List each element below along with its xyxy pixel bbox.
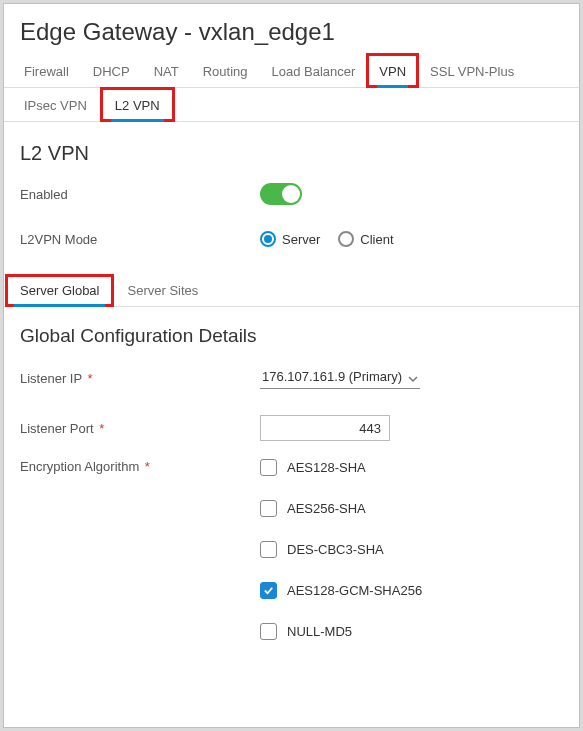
listener-ip-select[interactable]: 176.107.161.9 (Primary)	[260, 367, 420, 389]
encryption-label: Encryption Algorithm *	[20, 459, 260, 500]
edge-gateway-window: Edge Gateway - vxlan_edge1 Firewall DHCP…	[3, 3, 580, 728]
listener-ip-label-text: Listener IP	[20, 371, 82, 386]
mode-radio-client[interactable]: Client	[338, 231, 393, 247]
tab-vpn[interactable]: VPN	[367, 54, 418, 87]
mode-radio-group: Server Client	[260, 231, 394, 247]
vpn-subtabs: IPsec VPN L2 VPN	[4, 88, 579, 122]
listener-ip-label: Listener IP *	[20, 371, 260, 386]
server-tabs: Server Global Server Sites	[4, 275, 579, 307]
mode-radio-client-label: Client	[360, 232, 393, 247]
tab-firewall[interactable]: Firewall	[12, 54, 81, 87]
row-encryption: Encryption Algorithm * AES128-SHA AES256…	[20, 459, 563, 640]
enc-checkbox-aes128-gcm-sha256[interactable]	[260, 582, 277, 599]
required-marker: *	[99, 421, 104, 436]
enc-checkbox-aes256-sha[interactable]	[260, 500, 277, 517]
enc-option-0: AES128-SHA	[260, 459, 366, 476]
enabled-toggle[interactable]	[260, 183, 302, 205]
mode-label: L2VPN Mode	[20, 232, 260, 247]
top-tabs: Firewall DHCP NAT Routing Load Balancer …	[4, 54, 579, 88]
enc-option-3: AES128-GCM-SHA256	[260, 582, 563, 599]
enc-label: AES128-SHA	[287, 460, 366, 475]
encryption-label-text: Encryption Algorithm	[20, 459, 139, 474]
toggle-knob	[282, 185, 300, 203]
l2vpn-section-title: L2 VPN	[20, 142, 563, 165]
required-marker: *	[145, 459, 150, 474]
page-title: Edge Gateway - vxlan_edge1	[20, 18, 563, 46]
tab-routing[interactable]: Routing	[191, 54, 260, 87]
row-enabled: Enabled	[20, 175, 563, 223]
tab-server-sites[interactable]: Server Sites	[113, 275, 212, 306]
tab-nat[interactable]: NAT	[142, 54, 191, 87]
mode-radio-server[interactable]: Server	[260, 231, 320, 247]
enc-label: AES256-SHA	[287, 501, 366, 516]
mode-radio-server-label: Server	[282, 232, 320, 247]
listener-ip-value: 176.107.161.9 (Primary)	[262, 369, 402, 384]
enc-option-4: NULL-MD5	[260, 623, 563, 640]
enc-label: NULL-MD5	[287, 624, 352, 639]
enabled-label: Enabled	[20, 187, 260, 202]
subtab-ipsec-vpn[interactable]: IPsec VPN	[10, 88, 101, 121]
tab-load-balancer[interactable]: Load Balancer	[260, 54, 368, 87]
row-mode: L2VPN Mode Server Client	[20, 223, 563, 265]
tab-dhcp[interactable]: DHCP	[81, 54, 142, 87]
enc-checkbox-null-md5[interactable]	[260, 623, 277, 640]
enc-option-2: DES-CBC3-SHA	[260, 541, 563, 558]
enc-checkbox-des-cbc3-sha[interactable]	[260, 541, 277, 558]
required-marker: *	[88, 371, 93, 386]
listener-port-label: Listener Port *	[20, 421, 260, 436]
radio-dot-icon	[260, 231, 276, 247]
row-listener-ip: Listener IP * 176.107.161.9 (Primary)	[20, 359, 563, 407]
radio-dot-icon	[338, 231, 354, 247]
enc-label: AES128-GCM-SHA256	[287, 583, 422, 598]
encryption-rest: AES256-SHA DES-CBC3-SHA AES128-GCM-SHA25…	[260, 500, 563, 640]
global-config-title: Global Configuration Details	[20, 325, 563, 347]
listener-port-label-text: Listener Port	[20, 421, 94, 436]
enc-option-1: AES256-SHA	[260, 500, 563, 517]
chevron-down-icon	[408, 372, 418, 382]
row-listener-port: Listener Port *	[20, 407, 563, 459]
listener-port-input[interactable]	[260, 415, 390, 441]
encryption-first-row: Encryption Algorithm * AES128-SHA	[20, 459, 563, 500]
enc-checkbox-aes128-sha[interactable]	[260, 459, 277, 476]
tab-ssl-vpn-plus[interactable]: SSL VPN-Plus	[418, 54, 526, 87]
tab-server-global[interactable]: Server Global	[6, 275, 113, 306]
subtab-l2-vpn[interactable]: L2 VPN	[101, 88, 174, 121]
enc-label: DES-CBC3-SHA	[287, 542, 384, 557]
